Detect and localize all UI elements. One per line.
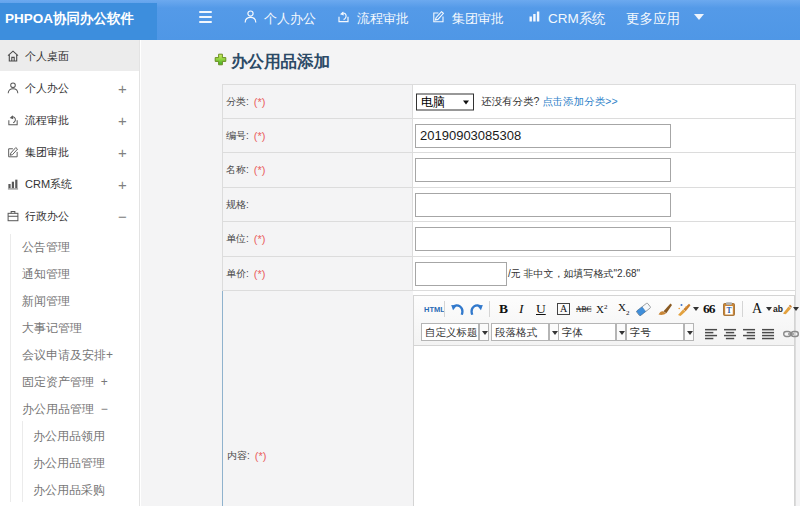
svg-text:T: T: [726, 306, 731, 315]
